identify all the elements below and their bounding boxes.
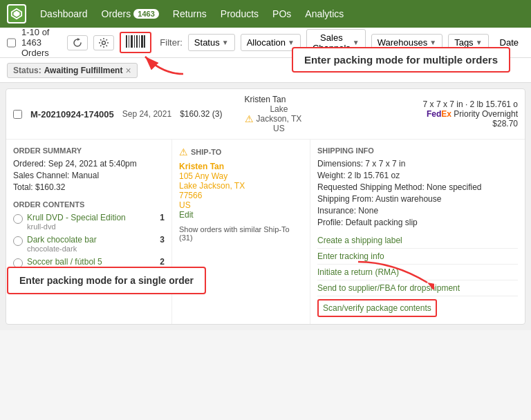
- remove-status-filter[interactable]: ×: [125, 65, 131, 76]
- ship-insurance: Insurance: None: [317, 206, 518, 216]
- packing-single-tooltip: Enter packing mode for a single order: [7, 267, 206, 294]
- nav-analytics[interactable]: Analytics: [298, 0, 351, 28]
- ship-to-warning-icon: ⚠: [179, 146, 188, 158]
- item-qty-2: 2: [160, 257, 165, 267]
- ship-to-col: ⚠ SHIP-TO Kristen Tan 105 Any Way Lake J…: [172, 140, 310, 324]
- status-filter-tag: Status: Awaiting Fulfillment ×: [7, 63, 138, 78]
- order-contents-title: ORDER CONTENTS: [13, 200, 165, 209]
- svg-rect-6: [134, 35, 135, 48]
- ship-to-similar[interactable]: Show orders with similar Ship-To (31): [179, 225, 303, 242]
- logo[interactable]: [7, 4, 26, 23]
- ship-to-address1: 105 Any Way: [179, 171, 303, 181]
- item-qty-0: 1: [160, 213, 165, 222]
- shipping-info-col: SHIPPING INFO Dimensions: 7 x 7 x 7 in W…: [310, 140, 525, 324]
- item-sku-1: chocolate-dark: [27, 245, 156, 253]
- nav-pos[interactable]: POs: [266, 0, 298, 28]
- shipping-cost: $28.70: [423, 119, 518, 128]
- item-name-0[interactable]: Krull DVD - Special Edition: [27, 213, 156, 222]
- svg-marker-1: [14, 11, 20, 17]
- svg-rect-4: [129, 35, 129, 48]
- nav-returns[interactable]: Returns: [166, 0, 214, 28]
- ship-from: Shipping From: Austin warehouse: [317, 194, 518, 204]
- list-item: Krull DVD - Special Edition krull-dvd 1: [13, 213, 165, 231]
- order-summary-col: ORDER SUMMARY Ordered: Sep 24, 2021 at 5…: [6, 140, 172, 324]
- customer-info: Kristen Tan ⚠ LakeJackson, TXUS: [245, 95, 302, 133]
- svg-rect-5: [131, 35, 133, 48]
- customer-name: Kristen Tan: [245, 95, 286, 104]
- ship-to-edit[interactable]: Edit: [179, 210, 303, 220]
- ship-profile: Profile: Default packing slip: [317, 218, 518, 227]
- action-create-label[interactable]: Create a shipping label: [317, 233, 518, 249]
- order-amount: $160.32 (3): [180, 109, 222, 119]
- ship-weight: Weight: 2 lb 15.761 oz: [317, 171, 518, 180]
- order-total: Total: $160.32: [13, 182, 165, 192]
- order-header: M-20210924-174005 Sep 24, 2021 $160.32 (…: [6, 89, 525, 140]
- arrow-to-barcode: [135, 50, 190, 79]
- select-all-checkbox[interactable]: [7, 37, 16, 48]
- item-name-2[interactable]: Soccer ball / fútbol 5: [27, 257, 156, 267]
- arrow-to-scan-verify: [351, 255, 434, 292]
- allocation-caret: ▼: [288, 39, 295, 46]
- filter-label: Filter:: [160, 37, 183, 48]
- ship-dimensions: Dimensions: 7 x 7 x 7 in: [317, 159, 518, 169]
- customer-location: LakeJackson, TXUS: [257, 104, 302, 133]
- ship-requested-method: Requested Shipping Method: None specifie…: [317, 182, 518, 192]
- order-sales-channel: Sales Channel: Manual: [13, 171, 165, 180]
- item-name-1[interactable]: Dark chocolate bar: [27, 235, 156, 245]
- action-scan-verify[interactable]: Scan/verify package contents: [317, 299, 437, 317]
- order-ordered: Ordered: Sep 24, 2021 at 5:40pm: [13, 159, 165, 169]
- status-filter[interactable]: Status ▼: [188, 34, 235, 51]
- settings-button[interactable]: [93, 35, 114, 50]
- shipping-info-title: SHIPPING INFO: [317, 146, 518, 155]
- ship-to-country: US: [179, 200, 303, 210]
- refresh-button[interactable]: [67, 35, 88, 50]
- orders-badge: 1463: [133, 9, 158, 19]
- shipping-dims: 7 x 7 x 7 in · 2 lb 15.761 o: [423, 99, 518, 109]
- shipping-summary: 7 x 7 x 7 in · 2 lb 15.761 o FedEx Prior…: [423, 99, 518, 128]
- svg-rect-10: [144, 35, 145, 48]
- order-checkbox[interactable]: [13, 110, 22, 119]
- svg-rect-3: [126, 35, 127, 48]
- nav-dashboard[interactable]: Dashboard: [33, 0, 95, 28]
- svg-rect-7: [136, 35, 138, 48]
- status-caret: ▼: [222, 39, 229, 46]
- tags-caret: ▼: [476, 39, 483, 46]
- ship-to-zip: 77566: [179, 191, 303, 200]
- order-count: 1-10 of 1463 Orders: [21, 27, 59, 58]
- order-summary-title: ORDER SUMMARY: [13, 146, 165, 155]
- packing-multiple-tooltip: Enter packing mode for multiple orders: [292, 47, 510, 73]
- item-radio-1[interactable]: [13, 236, 23, 246]
- sales-channels-caret: ▼: [353, 39, 360, 46]
- ship-to-title: SHIP-TO: [191, 148, 221, 156]
- order-date: Sep 24, 2021: [122, 109, 171, 119]
- order-detail: ORDER SUMMARY Ordered: Sep 24, 2021 at 5…: [6, 140, 525, 324]
- nav-products[interactable]: Products: [214, 0, 266, 28]
- shipping-method-header: FedEx Priority Overnight: [423, 109, 518, 119]
- warehouses-caret: ▼: [429, 39, 436, 46]
- top-navigation: Dashboard Orders 1463 Returns Products P…: [0, 0, 531, 28]
- warning-icon: ⚠: [245, 113, 254, 124]
- svg-rect-8: [139, 35, 140, 48]
- item-qty-1: 3: [160, 235, 165, 245]
- item-radio-0[interactable]: [13, 214, 23, 224]
- order-id[interactable]: M-20210924-174005: [30, 109, 114, 120]
- list-item: Dark chocolate bar chocolate-dark 3: [13, 235, 165, 253]
- nav-orders[interactable]: Orders 1463: [95, 0, 166, 28]
- svg-point-2: [102, 41, 106, 44]
- item-sku-0: krull-dvd: [27, 222, 156, 231]
- ship-to-name: Kristen Tan: [179, 162, 303, 171]
- ship-to-city-state: Lake Jackson, TX: [179, 181, 303, 191]
- svg-rect-9: [141, 35, 143, 48]
